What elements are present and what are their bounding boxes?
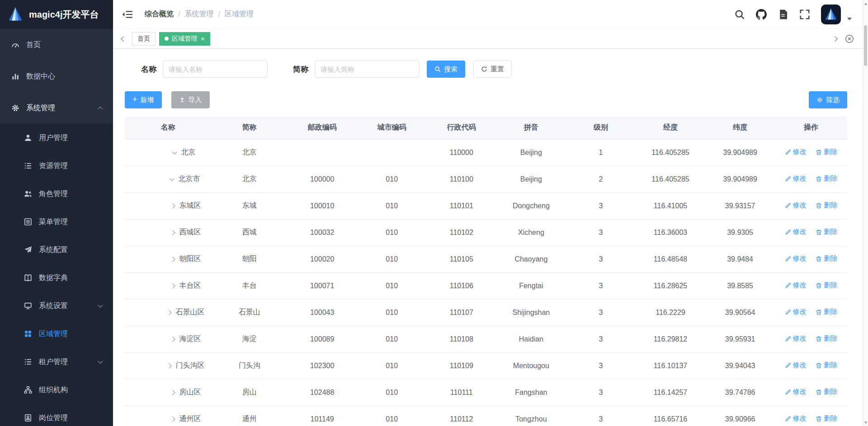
sidebar-item-label: 角色管理 [39, 189, 68, 199]
tree-toggle-icon[interactable] [170, 283, 175, 288]
github-icon[interactable] [756, 9, 767, 20]
tree-toggle-icon[interactable] [170, 176, 175, 181]
chevron-down-icon [98, 359, 103, 364]
sidebar-item-datacenter[interactable]: 数据中心 [0, 61, 113, 92]
tab-close-icon[interactable]: × [201, 35, 205, 42]
edit-label: 修改 [793, 361, 807, 370]
refresh-icon [481, 66, 487, 72]
tree-toggle-icon[interactable] [167, 363, 172, 368]
scrollbar-down-icon[interactable] [863, 419, 868, 426]
sidebar-item-users[interactable]: 用户管理 [0, 124, 113, 152]
tree-toggle-icon[interactable] [170, 203, 175, 208]
table-row: 北京市 北京 100000 010 110100 Beijing 2 116.4… [125, 166, 847, 192]
edit-link[interactable]: 修改 [785, 148, 807, 156]
app-logo-icon [7, 6, 24, 23]
edit-link[interactable]: 修改 [785, 334, 807, 343]
search-button[interactable]: 搜索 [427, 61, 465, 78]
sidebar-item-resources[interactable]: 资源管理 [0, 152, 113, 180]
plus-icon: + [132, 95, 137, 103]
tree-toggle-icon[interactable] [170, 337, 175, 342]
tabs-scroll-right-icon[interactable] [830, 34, 840, 44]
scrollbar-up-icon[interactable] [863, 0, 868, 7]
sidebar-item-settings[interactable]: 系统设置 [0, 292, 113, 320]
edit-link[interactable]: 修改 [785, 388, 807, 396]
tab-region[interactable]: 区域管理 × [159, 32, 210, 46]
cell-postal: 100020 [288, 246, 357, 272]
tree-toggle-icon[interactable] [170, 230, 175, 235]
sidebar-item-menus[interactable]: 菜单管理 [0, 208, 113, 236]
edit-link[interactable]: 修改 [785, 361, 807, 370]
sidebar-toggle-icon[interactable] [122, 9, 133, 20]
tabs-close-all-icon[interactable] [844, 34, 854, 44]
header-lat: 纬度 [705, 117, 775, 139]
breadcrumb-item-system[interactable]: 系统管理 [184, 9, 213, 19]
caret-down-icon[interactable] [847, 18, 852, 20]
app-logo[interactable]: magic4j开发平台 [0, 0, 113, 29]
tree-toggle-icon[interactable] [170, 390, 175, 395]
scrollbar-thumb[interactable] [864, 25, 867, 66]
import-button[interactable]: 导入 [171, 91, 210, 108]
sidebar-item-system[interactable]: 系统管理 [0, 92, 113, 124]
delete-link[interactable]: 删除 [816, 201, 837, 210]
edit-link[interactable]: 修改 [785, 254, 807, 263]
sidebar-item-config[interactable]: 系统配置 [0, 236, 113, 264]
sidebar-item-region[interactable]: 区域管理 [0, 320, 113, 348]
tree-toggle-icon[interactable] [167, 310, 172, 315]
reset-button[interactable]: 重置 [473, 61, 512, 78]
document-icon[interactable] [778, 9, 788, 20]
delete-link[interactable]: 删除 [816, 308, 837, 316]
sidebar-item-label: 用户管理 [39, 133, 68, 143]
sidebar-item-post[interactable]: 岗位管理 [0, 404, 113, 426]
sidebar-item-dictionary[interactable]: 数据字典 [0, 264, 113, 292]
edit-label: 修改 [793, 414, 807, 423]
sidebar-item-label: 组织机构 [39, 385, 68, 395]
tab-home[interactable]: 首页 [132, 32, 156, 46]
delete-link[interactable]: 删除 [816, 174, 837, 183]
avatar[interactable] [821, 5, 841, 24]
name-label: 名称 [141, 64, 156, 75]
sidebar-item-tenant[interactable]: 租户管理 [0, 348, 113, 376]
trash-icon [816, 176, 822, 182]
edit-link[interactable]: 修改 [785, 201, 807, 210]
cell-postal: 100010 [288, 192, 357, 219]
delete-label: 删除 [824, 174, 837, 183]
delete-link[interactable]: 删除 [816, 254, 837, 263]
edit-link[interactable]: 修改 [785, 281, 807, 290]
edit-link[interactable]: 修改 [785, 228, 807, 236]
delete-link[interactable]: 删除 [816, 281, 837, 290]
sidebar-item-organization[interactable]: 组织机构 [0, 376, 113, 404]
delete-link[interactable]: 删除 [816, 388, 837, 396]
name-input[interactable] [163, 61, 268, 78]
delete-link[interactable]: 删除 [816, 148, 837, 156]
region-management-page: 名称 简称 搜索 重置 + 新增 [113, 49, 868, 426]
add-button[interactable]: + 新增 [125, 91, 162, 108]
cell-pinyin: Shijingshan [496, 299, 566, 326]
edit-link[interactable]: 修改 [785, 414, 807, 423]
edit-link[interactable]: 修改 [785, 308, 807, 316]
delete-link[interactable]: 删除 [816, 334, 837, 343]
region-table: 名称 简称 邮政编码 城市编码 行政代码 拼音 级别 经度 纬度 操作 [125, 117, 847, 426]
cell-name: 西城区 [125, 219, 212, 246]
tree-toggle-icon[interactable] [170, 257, 175, 262]
tree-toggle-icon[interactable] [172, 149, 177, 154]
search-icon[interactable] [734, 9, 745, 20]
edit-link[interactable]: 修改 [785, 174, 807, 183]
cell-admin-code: 110000 [427, 139, 496, 166]
cell-postal: 102300 [288, 352, 357, 379]
delete-link[interactable]: 删除 [816, 228, 837, 236]
sidebar-item-roles[interactable]: 角色管理 [0, 180, 113, 208]
filter-button[interactable]: 筛选 [809, 91, 847, 108]
sidebar-submenu-system: 用户管理 资源管理 角色管理 [0, 124, 113, 426]
tree-toggle-icon[interactable] [170, 417, 175, 421]
delete-link[interactable]: 删除 [816, 414, 837, 423]
page-scrollbar[interactable] [863, 0, 868, 426]
sidebar-item-home[interactable]: 首页 [0, 29, 113, 61]
cell-lat: 39.904989 [705, 139, 775, 166]
breadcrumb-item-overview[interactable]: 综合概览 [145, 9, 174, 19]
fullscreen-icon[interactable] [799, 9, 810, 20]
short-name-input[interactable] [315, 61, 420, 78]
cell-admin-code: 110111 [427, 379, 496, 406]
cell-city-code [357, 139, 427, 166]
delete-link[interactable]: 删除 [816, 361, 837, 370]
tabs-scroll-left-icon[interactable] [118, 34, 128, 44]
